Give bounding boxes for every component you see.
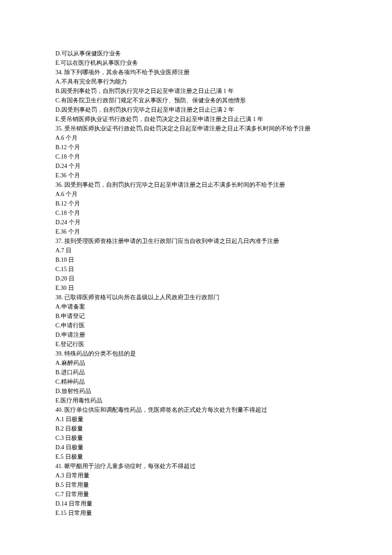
text-line: C.有国务院卫生行政部门规定不宜从事医疗、预防、保健业务的其他情形 (55, 96, 337, 105)
text-line: B.12 个月 (55, 143, 337, 152)
text-line: D.因受刑事处罚，自刑罚执行完毕之日起至申请注册之日止已满 2 年 (55, 105, 337, 115)
text-line: B.2 日极量 (55, 424, 337, 434)
text-line: C.18 个月 (55, 208, 337, 218)
text-line: C.7 日常用量 (55, 490, 337, 499)
text-line: D.20 日 (55, 274, 337, 283)
text-line: E.36 个月 (55, 227, 337, 237)
text-line: E.15 日常用量 (55, 509, 337, 518)
text-line: E.可以在医疗机构从事医疗业务 (55, 58, 337, 68)
text-line: D.24 个月 (55, 218, 337, 227)
text-line: A.6 个月 (55, 133, 337, 143)
text-line: A.不具有完全民事行为能力 (55, 77, 337, 87)
text-line: B.申请登记 (55, 312, 337, 321)
text-line: D.放射性药品 (55, 387, 337, 396)
text-line: 41. 哌甲酯用于治疗儿童多动症时，每张处方不得超过 (55, 462, 337, 471)
text-line: C.18 个月 (55, 152, 337, 162)
text-line: C.15 日 (55, 265, 337, 274)
text-line: E.登记行医 (55, 340, 337, 349)
text-line: B.因受刑事处罚，自刑罚执行完毕之日起至申请注册之日止已满 1 年 (55, 87, 337, 96)
text-line: 34. 除下列哪项外，其余各项均不给予执业医师注册 (55, 68, 337, 77)
text-line: A.7 日 (55, 246, 337, 255)
text-line: C.3 日极量 (55, 434, 337, 443)
text-line: D.申请注册 (55, 330, 337, 340)
text-line: 35. 受吊销医师执业证书行政处罚,自处罚决定之日起至申请注册之日止不满多长时间… (55, 124, 337, 133)
text-line: E.36 个月 (55, 171, 337, 180)
text-line: 38. 已取得医师资格可以向所在县级以上人民政府卫生行政部门 (55, 293, 337, 302)
text-line: 40. 医疗单位供应和调配毒性药品，凭医师签名的正式处方每次处方剂量不得超过 (55, 405, 337, 415)
text-line: 39. 特殊药品的分类不包括的是 (55, 349, 337, 358)
text-line: 37. 接到受理医师资格注册申请的卫生行政部门应当自收到申请之日起几日内准予注册 (55, 237, 337, 246)
text-line: A.申请备案 (55, 302, 337, 312)
text-line: C.精神药品 (55, 377, 337, 387)
text-line: D.可以从事保健医疗业务 (55, 49, 337, 58)
text-line: D.14 日常用量 (55, 499, 337, 509)
text-line: A.麻醉药品 (55, 358, 337, 368)
text-line: D.24 个月 (55, 162, 337, 171)
text-line: 36. 因受刑事处罚，自刑罚执行完毕之日起至申请注册之日止不满多长时间的不给予注… (55, 180, 337, 190)
text-line: B.进口药品 (55, 368, 337, 377)
text-line: E.受吊销医师执业证书行政处罚，自处罚决定之日起至申请注册之日止已满 1 年 (55, 115, 337, 124)
text-line: E.30 日 (55, 283, 337, 293)
text-line: C.申请行医 (55, 321, 337, 330)
text-line: E.5 日极量 (55, 452, 337, 462)
text-line: D.4 日极量 (55, 443, 337, 452)
text-line: B.10 日 (55, 255, 337, 265)
text-line: A.1 日极量 (55, 415, 337, 424)
text-line: A.3 日常用量 (55, 471, 337, 480)
document-page: D.可以从事保健医疗业务E.可以在医疗机构从事医疗业务34. 除下列哪项外，其余… (0, 0, 392, 555)
text-line: B.12 个月 (55, 199, 337, 208)
text-line: E.医疗用毒性药品 (55, 396, 337, 405)
text-line: A.6 个月 (55, 190, 337, 199)
text-line: B.5 日常用量 (55, 480, 337, 490)
